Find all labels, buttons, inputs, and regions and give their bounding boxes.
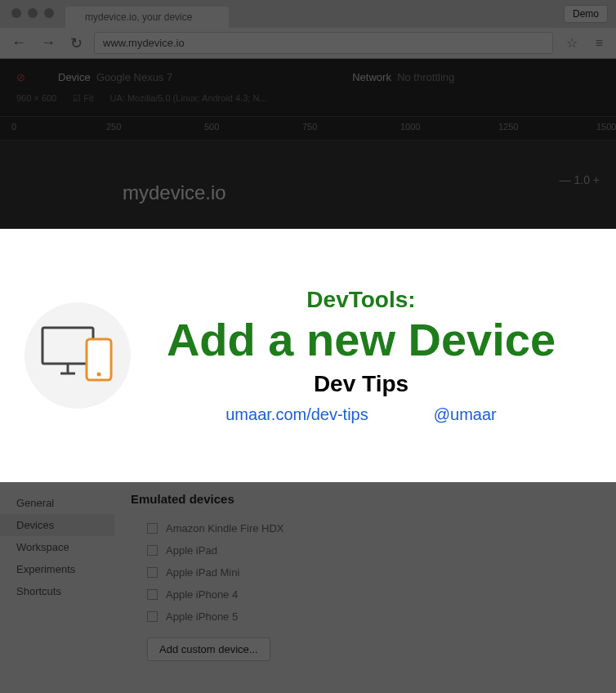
card-title: Add a new Device bbox=[147, 316, 575, 364]
noentry-icon[interactable]: ⊘ bbox=[16, 71, 25, 83]
bookmark-icon[interactable]: ☆ bbox=[561, 35, 583, 51]
url-input[interactable]: www.mydevice.io bbox=[94, 32, 553, 54]
ua-label: UA: bbox=[110, 93, 125, 103]
card-eyebrow: DevTools: bbox=[147, 287, 575, 313]
device-list-item[interactable]: Apple iPad bbox=[131, 539, 600, 561]
sidebar-item-workspace[interactable]: Workspace bbox=[0, 536, 114, 558]
sidebar-item-general[interactable]: General bbox=[0, 492, 114, 514]
device-list-item[interactable]: Apple iPhone 5 bbox=[131, 606, 600, 628]
menu-icon[interactable]: ≡ bbox=[591, 36, 608, 51]
settings-sidebar: General Devices Workspace Experiments Sh… bbox=[0, 482, 114, 693]
checkbox-icon[interactable] bbox=[147, 545, 158, 556]
checkbox-icon[interactable] bbox=[147, 589, 158, 600]
sidebar-item-shortcuts[interactable]: Shortcuts bbox=[0, 580, 114, 602]
ruler-mark: 1000 bbox=[400, 122, 420, 132]
device-list-item[interactable]: Apple iPhone 4 bbox=[131, 583, 600, 606]
site-logo-text: mydevice.io bbox=[123, 181, 226, 204]
devtools-device-toolbar: ⊘ Device Google Nexus 7 Network No throt… bbox=[0, 59, 616, 116]
browser-chrome: mydevice.io, your device Demo ← → ↻ www.… bbox=[0, 0, 616, 59]
network-select[interactable]: No throttling bbox=[397, 71, 454, 83]
back-icon[interactable]: ← bbox=[8, 34, 29, 51]
fit-checkbox-label[interactable]: Fit bbox=[83, 93, 93, 103]
sidebar-item-devices[interactable]: Devices bbox=[0, 514, 114, 536]
checkbox-icon[interactable] bbox=[147, 611, 158, 622]
tab-title: mydevice.io, your device bbox=[85, 11, 192, 23]
ua-value: Mozilla/5.0 (Linux; Android 4.3; N... bbox=[127, 93, 267, 103]
devtools-settings-panel: General Devices Workspace Experiments Sh… bbox=[0, 482, 616, 693]
browser-tab[interactable]: mydevice.io, your device bbox=[65, 7, 229, 28]
title-card: DevTools: Add a new Device Dev Tips umaa… bbox=[0, 229, 616, 482]
card-subtitle: Dev Tips bbox=[147, 371, 575, 397]
devices-icon bbox=[25, 302, 131, 409]
checkbox-icon[interactable] bbox=[147, 567, 158, 578]
ruler: 0 250 500 750 1000 1250 1500 bbox=[0, 116, 616, 141]
ruler-mark: 250 bbox=[106, 122, 121, 132]
ruler-mark: 0 bbox=[11, 122, 16, 132]
dimensions: 960 × 600 bbox=[16, 93, 56, 103]
ruler-mark: 500 bbox=[204, 122, 219, 132]
device-label: Device bbox=[58, 71, 91, 83]
reload-icon[interactable]: ↻ bbox=[67, 34, 86, 52]
ruler-mark: 750 bbox=[302, 122, 317, 132]
sidebar-item-experiments[interactable]: Experiments bbox=[0, 558, 114, 580]
network-label: Network bbox=[352, 71, 391, 83]
device-list-item[interactable]: Amazon Kindle Fire HDX bbox=[131, 517, 600, 539]
window-controls[interactable] bbox=[11, 8, 54, 18]
zoom-control[interactable]: — 1.0 + bbox=[560, 173, 600, 186]
ruler-mark: 1500 bbox=[596, 122, 616, 132]
device-viewport: mydevice.io — 1.0 + bbox=[0, 141, 616, 230]
device-list-item[interactable]: Apple iPad Mini bbox=[131, 561, 600, 583]
ruler-mark: 1250 bbox=[498, 122, 518, 132]
card-link-site[interactable]: umaar.com/dev-tips bbox=[225, 405, 368, 424]
demo-button[interactable]: Demo bbox=[564, 5, 608, 23]
card-link-handle[interactable]: @umaar bbox=[434, 405, 497, 424]
add-custom-device-button[interactable]: Add custom device... bbox=[147, 637, 270, 661]
checkbox-icon[interactable] bbox=[147, 523, 158, 534]
emulated-devices-heading: Emulated devices bbox=[131, 492, 600, 506]
forward-icon[interactable]: → bbox=[38, 34, 59, 51]
device-select[interactable]: Google Nexus 7 bbox=[96, 71, 172, 83]
svg-point-4 bbox=[97, 373, 101, 377]
